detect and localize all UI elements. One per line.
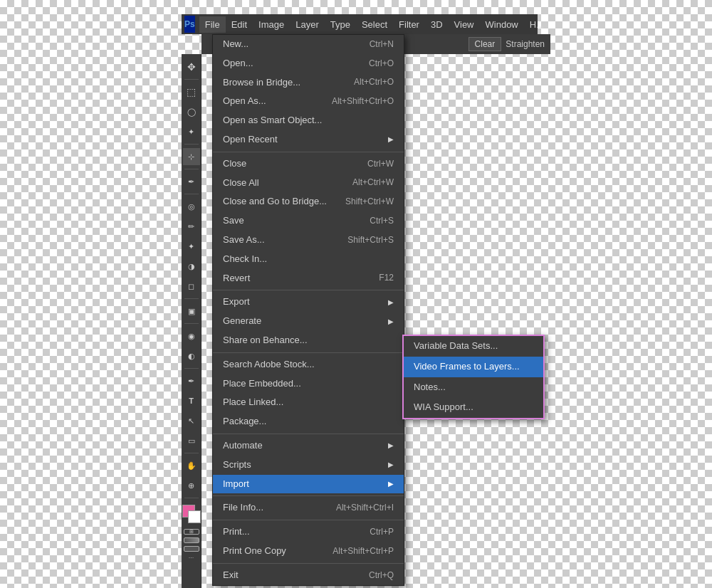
- tool-sep-8: [184, 453, 199, 453]
- toolbar: ✥ ⬚ ◯ ✦ ⊹ ✒ ◎ ✏ ✦ ◑ ◻ ▣ ◉ ◐ ✒ T ↖ ▭ ✋ ⊕ …: [182, 54, 201, 588]
- menu-item-new[interactable]: New... Ctrl+N: [213, 35, 404, 54]
- tool-dodge[interactable]: ◐: [183, 347, 200, 364]
- menu-view[interactable]: View: [449, 16, 480, 33]
- clear-button[interactable]: Clear: [468, 37, 502, 51]
- screen-mode[interactable]: [184, 546, 199, 552]
- tool-sep-4: [184, 194, 199, 194]
- tool-move[interactable]: ✥: [183, 58, 200, 75]
- menu-item-exit[interactable]: Exit Ctrl+Q: [213, 566, 404, 585]
- color-swatches[interactable]: [182, 505, 201, 526]
- menu-filter[interactable]: Filter: [393, 16, 425, 33]
- submenu-item-video-frames[interactable]: Video Frames to Layers...: [404, 357, 543, 377]
- file-dropdown-menu: New... Ctrl+N Open... Ctrl+O Browse in B…: [212, 34, 404, 586]
- menu-item-export[interactable]: Export ▶: [213, 293, 404, 312]
- menu-item-share-behance[interactable]: Share on Behance...: [213, 331, 404, 350]
- tool-marquee[interactable]: ⬚: [183, 83, 200, 100]
- menu-item-open-as[interactable]: Open As... Alt+Shift+Ctrl+O: [213, 92, 404, 111]
- tool-gradient[interactable]: ▣: [183, 303, 200, 320]
- sep-3: [213, 352, 404, 353]
- tool-clone-stamp[interactable]: ✦: [183, 238, 200, 255]
- tool-extra-1[interactable]: ⊞: [184, 529, 199, 536]
- menu-type[interactable]: Type: [325, 16, 356, 33]
- menu-item-save[interactable]: Save Ctrl+S: [213, 211, 404, 231]
- submenu-item-notes[interactable]: Notes...: [404, 377, 543, 398]
- menu-3d[interactable]: 3D: [425, 16, 449, 33]
- tool-sep-2: [184, 144, 199, 145]
- tool-pen[interactable]: ✒: [183, 372, 200, 389]
- menu-item-revert[interactable]: Revert F12: [213, 269, 404, 288]
- menu-item-package[interactable]: Package...: [213, 412, 404, 431]
- submenu-item-variable-data[interactable]: Variable Data Sets...: [404, 336, 543, 357]
- tool-blur[interactable]: ◉: [183, 327, 200, 345]
- tool-sep-5: [184, 298, 199, 299]
- tool-lasso[interactable]: ◯: [183, 103, 200, 120]
- menu-item-open-recent[interactable]: Open Recent ▶: [213, 130, 404, 149]
- quick-mask[interactable]: [184, 537, 199, 543]
- menubar: Ps File Edit Image Layer Type Select Fil…: [182, 14, 538, 34]
- tool-sep-3: [184, 169, 199, 169]
- tool-dots: ···: [189, 554, 194, 561]
- menu-item-print-one[interactable]: Print One Copy Alt+Shift+Ctrl+P: [213, 542, 404, 561]
- tool-shape[interactable]: ▭: [183, 432, 200, 449]
- menu-item-place-linked[interactable]: Place Linked...: [213, 393, 404, 412]
- tool-sep-6: [184, 323, 199, 324]
- tool-hand[interactable]: ✋: [183, 457, 200, 474]
- tool-spot-heal[interactable]: ◎: [183, 198, 200, 215]
- menu-item-close[interactable]: Close Ctrl+W: [213, 154, 404, 174]
- import-submenu: Variable Data Sets... Video Frames to La…: [402, 335, 545, 419]
- menu-item-automate[interactable]: Automate ▶: [213, 436, 404, 456]
- sep-4: [213, 434, 404, 434]
- menu-item-import[interactable]: Import ▶: [213, 475, 404, 494]
- ps-logo: Ps: [184, 16, 195, 33]
- menu-item-open[interactable]: Open... Ctrl+O: [213, 54, 404, 73]
- tool-sep-1: [184, 79, 199, 80]
- submenu-item-wia-support[interactable]: WIA Support...: [404, 397, 543, 418]
- menu-help[interactable]: H...: [524, 16, 550, 33]
- menu-item-open-smart[interactable]: Open as Smart Object...: [213, 111, 404, 130]
- tool-magic-wand[interactable]: ✦: [183, 123, 200, 140]
- sep-7: [213, 563, 404, 564]
- menu-item-print[interactable]: Print... Ctrl+P: [213, 523, 404, 542]
- menu-item-browse-bridge[interactable]: Browse in Bridge... Alt+Ctrl+O: [213, 73, 404, 93]
- tool-sep-7: [184, 368, 199, 369]
- menu-item-save-as[interactable]: Save As... Shift+Ctrl+S: [213, 231, 404, 250]
- tool-history[interactable]: ◑: [183, 258, 200, 275]
- straighten-label: Straighten: [506, 39, 545, 49]
- tool-crop[interactable]: ⊹: [183, 148, 200, 165]
- menu-item-close-bridge[interactable]: Close and Go to Bridge... Shift+Ctrl+W: [213, 192, 404, 211]
- tool-brush[interactable]: ✏: [183, 218, 200, 235]
- sep-6: [213, 520, 404, 520]
- menu-layer[interactable]: Layer: [290, 16, 325, 33]
- tool-eyedropper[interactable]: ✒: [183, 173, 200, 190]
- menu-window[interactable]: Window: [480, 16, 524, 33]
- tool-type[interactable]: T: [183, 392, 200, 409]
- sep-5: [213, 495, 404, 496]
- menu-item-check-in[interactable]: Check In...: [213, 250, 404, 269]
- tool-zoom[interactable]: ⊕: [183, 477, 200, 494]
- menu-item-close-all[interactable]: Close All Alt+Ctrl+W: [213, 174, 404, 193]
- menu-item-search-stock[interactable]: Search Adobe Stock...: [213, 355, 404, 374]
- sep-1: [213, 152, 404, 152]
- sep-2: [213, 290, 404, 290]
- menu-image[interactable]: Image: [253, 16, 290, 33]
- tool-sep-9: [184, 498, 199, 498]
- menu-item-place-embedded[interactable]: Place Embedded...: [213, 374, 404, 394]
- menu-item-scripts[interactable]: Scripts ▶: [213, 456, 404, 475]
- background-color[interactable]: [188, 510, 201, 523]
- menu-select[interactable]: Select: [356, 16, 393, 33]
- tool-eraser[interactable]: ◻: [183, 278, 200, 295]
- menu-item-file-info[interactable]: File Info... Alt+Shift+Ctrl+I: [213, 498, 404, 518]
- tool-path-select[interactable]: ↖: [183, 412, 200, 429]
- menu-file[interactable]: File: [199, 16, 226, 33]
- menu-item-generate[interactable]: Generate ▶: [213, 312, 404, 331]
- menu-edit[interactable]: Edit: [226, 16, 253, 33]
